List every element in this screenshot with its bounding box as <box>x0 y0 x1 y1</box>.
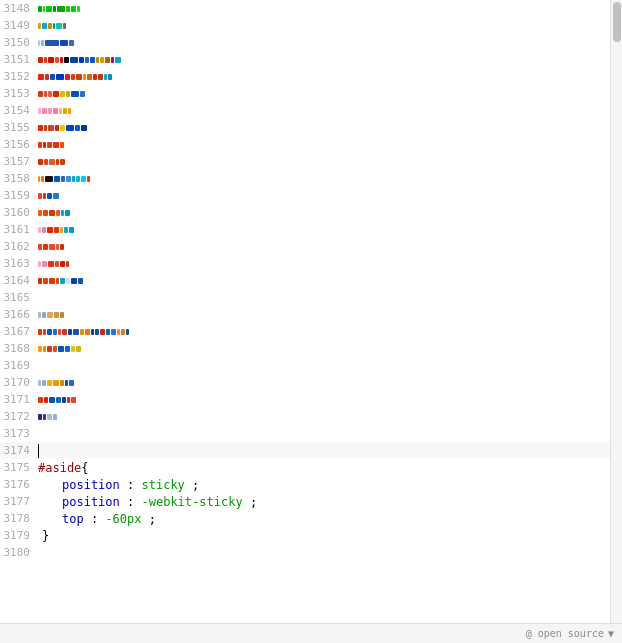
line-content-3175: #aside{ <box>38 461 606 475</box>
line-3150: 3150 <box>0 34 610 51</box>
scrollbar-thumb[interactable] <box>613 2 621 42</box>
line-3166: 3166 <box>0 306 610 323</box>
line-number-3149: 3149 <box>0 19 38 32</box>
line-3176: 3176 position : sticky ; <box>0 476 610 493</box>
css-colon-3: : <box>91 512 105 526</box>
css-selector-aside: #aside <box>38 461 81 475</box>
line-3168: 3168 <box>0 340 610 357</box>
line-content-3161 <box>38 227 606 233</box>
line-content-3163 <box>38 261 606 267</box>
line-number-3172: 3172 <box>0 410 38 423</box>
line-content-3155 <box>38 125 606 131</box>
line-3162: 3162 <box>0 238 610 255</box>
line-3158: 3158 <box>0 170 610 187</box>
line-number-3167: 3167 <box>0 325 38 338</box>
line-content-3177: position : -webkit-sticky ; <box>38 495 606 509</box>
line-content-3176: position : sticky ; <box>38 478 606 492</box>
line-content-3168 <box>38 346 606 352</box>
css-property-position-1: position <box>62 478 120 492</box>
line-3167: 3167 <box>0 323 610 340</box>
line-number-3169: 3169 <box>0 359 38 372</box>
line-number-3165: 3165 <box>0 291 38 304</box>
open-source-label[interactable]: @ open source <box>526 628 604 639</box>
css-colon-2: : <box>127 495 141 509</box>
line-content-3172 <box>38 414 606 420</box>
line-3169: 3169 <box>0 357 610 374</box>
line-number-3156: 3156 <box>0 138 38 151</box>
line-3177: 3177 position : -webkit-sticky ; <box>0 493 610 510</box>
line-3163: 3163 <box>0 255 610 272</box>
line-number-3179: 3179 <box>0 529 38 542</box>
line-content-3159 <box>38 193 606 199</box>
line-3173: 3173 <box>0 425 610 442</box>
line-3178: 3178 top : -60px ; <box>0 510 610 527</box>
line-3165: 3165 <box>0 289 610 306</box>
line-content-3158 <box>38 176 606 182</box>
line-number-3160: 3160 <box>0 206 38 219</box>
line-number-3173: 3173 <box>0 427 38 440</box>
line-content-3174 <box>38 444 606 458</box>
line-3151: 3151 <box>0 51 610 68</box>
css-semi-2: ; <box>250 495 257 509</box>
line-number-3164: 3164 <box>0 274 38 287</box>
line-number-3155: 3155 <box>0 121 38 134</box>
line-content-3151 <box>38 57 606 63</box>
editor-container: 3148 3149 <box>0 0 622 643</box>
line-content-3150 <box>38 40 606 46</box>
line-3161: 3161 <box>0 221 610 238</box>
line-number-3162: 3162 <box>0 240 38 253</box>
line-content-3149 <box>38 23 606 29</box>
scrollbar-y[interactable] <box>610 0 622 623</box>
css-value-webkit-sticky: -webkit-sticky <box>141 495 242 509</box>
line-3180: 3180 <box>0 544 610 561</box>
line-number-3171: 3171 <box>0 393 38 406</box>
css-open-brace: { <box>81 461 88 475</box>
line-number-3148: 3148 <box>0 2 38 15</box>
line-content-3179: } <box>38 529 606 543</box>
lines-wrapper[interactable]: 3148 3149 <box>0 0 610 623</box>
line-number-3175: 3175 <box>0 461 38 474</box>
line-number-3176: 3176 <box>0 478 38 491</box>
line-3152: 3152 <box>0 68 610 85</box>
line-content-3171 <box>38 397 606 403</box>
line-3174: 3174 <box>0 442 610 459</box>
code-view: 3148 3149 <box>0 0 622 623</box>
line-number-3159: 3159 <box>0 189 38 202</box>
css-value-top: -60px <box>105 512 141 526</box>
line-content-3148 <box>38 6 606 12</box>
line-3159: 3159 <box>0 187 610 204</box>
line-3157: 3157 <box>0 153 610 170</box>
line-content-3162 <box>38 244 606 250</box>
line-3179: 3179 } <box>0 527 610 544</box>
css-close-brace: } <box>38 529 49 543</box>
css-value-sticky: sticky <box>141 478 184 492</box>
line-content-3152 <box>38 74 606 80</box>
css-semi-3: ; <box>149 512 156 526</box>
line-3149: 3149 <box>0 17 610 34</box>
line-content-3167 <box>38 329 606 335</box>
line-content-3170 <box>38 380 606 386</box>
line-content-3157 <box>38 159 606 165</box>
line-3154: 3154 <box>0 102 610 119</box>
status-bar: @ open source ▼ <box>0 623 622 643</box>
line-content-3178: top : -60px ; <box>38 512 606 526</box>
css-colon-1: : <box>127 478 141 492</box>
line-3153: 3153 <box>0 85 610 102</box>
line-number-3158: 3158 <box>0 172 38 185</box>
line-3160: 3160 <box>0 204 610 221</box>
line-content-3156 <box>38 142 606 148</box>
line-content-3166 <box>38 312 606 318</box>
line-3170: 3170 <box>0 374 610 391</box>
arrow-down-icon: ▼ <box>608 628 614 639</box>
line-number-3177: 3177 <box>0 495 38 508</box>
line-number-3180: 3180 <box>0 546 38 559</box>
line-number-3170: 3170 <box>0 376 38 389</box>
line-content-3154 <box>38 108 606 114</box>
line-number-3168: 3168 <box>0 342 38 355</box>
line-3164: 3164 <box>0 272 610 289</box>
line-3156: 3156 <box>0 136 610 153</box>
line-number-3178: 3178 <box>0 512 38 525</box>
line-number-3152: 3152 <box>0 70 38 83</box>
line-number-3150: 3150 <box>0 36 38 49</box>
css-property-position-2: position <box>62 495 120 509</box>
